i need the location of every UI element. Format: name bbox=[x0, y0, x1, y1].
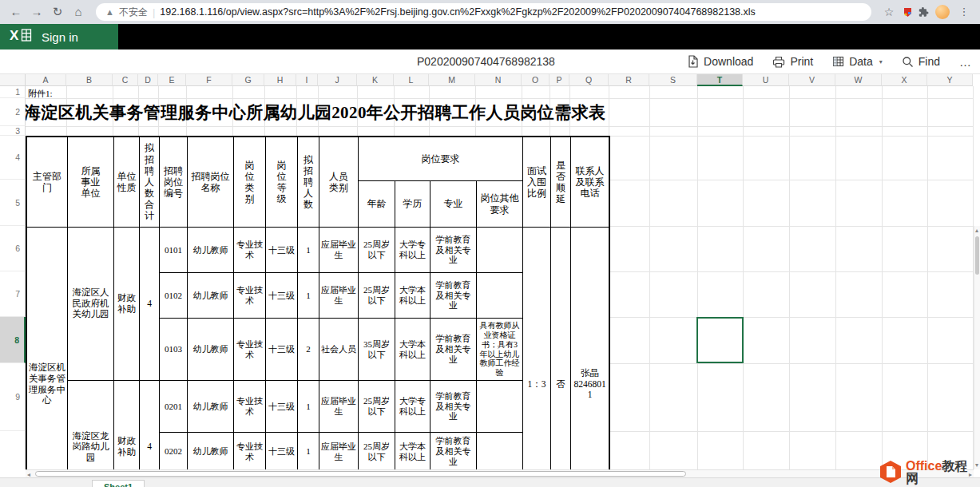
scroll-up-arrow-icon[interactable]: ▴ bbox=[975, 227, 978, 234]
column-header-O[interactable]: O bbox=[522, 74, 550, 86]
cell-name-row5[interactable]: 幼儿教师 bbox=[188, 433, 234, 471]
cell-major-row2[interactable]: 学前教育及相关专业 bbox=[430, 273, 477, 319]
cell-postpone[interactable]: 否 bbox=[551, 228, 571, 471]
cell-other-row3[interactable]: 具有教师从业资格证书；具有3年以上幼儿教师工作经验 bbox=[477, 319, 523, 381]
cell-code-row5[interactable]: 0202 bbox=[160, 433, 188, 471]
cell-major-row4[interactable]: 学前教育及相关专业 bbox=[430, 381, 477, 433]
column-header-S[interactable]: S bbox=[649, 74, 697, 86]
column-header-Q[interactable]: Q bbox=[569, 74, 609, 86]
column-header-U[interactable]: U bbox=[743, 74, 789, 86]
home-icon[interactable]: ⌂ bbox=[69, 2, 88, 22]
row-header-4[interactable]: 4 bbox=[0, 136, 26, 180]
column-header-V[interactable]: V bbox=[789, 74, 835, 86]
cell-nature-group1[interactable]: 财政补助 bbox=[114, 228, 140, 381]
horizontal-scrollbar[interactable]: ◂ ▸ bbox=[26, 469, 974, 477]
cell-major-row1[interactable]: 学前教育及相关专业 bbox=[430, 228, 477, 273]
column-header-L[interactable]: L bbox=[394, 74, 429, 86]
cell-name-row3[interactable]: 幼儿教师 bbox=[188, 319, 234, 381]
row-header-9[interactable]: 9 bbox=[0, 363, 26, 431]
cell-age-row5[interactable]: 25周岁以下 bbox=[359, 433, 395, 471]
cell-education-row1[interactable]: 大学专科以上 bbox=[395, 228, 430, 273]
cell-grade-row4[interactable]: 十三级 bbox=[266, 381, 298, 433]
cell-count-row3[interactable]: 2 bbox=[298, 319, 319, 381]
vertical-scroll-thumb[interactable] bbox=[975, 236, 979, 275]
reload-icon[interactable]: ↻ bbox=[48, 2, 67, 22]
cell-education-row5[interactable]: 大学本科以上 bbox=[395, 433, 430, 471]
selected-cell-T8[interactable] bbox=[696, 317, 744, 363]
column-header-K[interactable]: K bbox=[357, 74, 394, 86]
row-header-8[interactable]: 8 bbox=[0, 317, 26, 363]
column-header-F[interactable]: F bbox=[186, 74, 232, 86]
data-button[interactable]: Data ▾ bbox=[832, 55, 883, 68]
cell-category-row2[interactable]: 专业技术 bbox=[234, 273, 266, 319]
address-bar[interactable]: ▲ 不安全 | 192.168.1.116/op/view.aspx?src=h… bbox=[96, 3, 871, 21]
cell-age-row2[interactable]: 25周岁以下 bbox=[359, 273, 395, 319]
row-header-6[interactable]: 6 bbox=[0, 226, 26, 271]
bookmark-star-icon[interactable]: ☆ bbox=[879, 2, 899, 22]
column-header-M[interactable]: M bbox=[429, 74, 475, 86]
row-header-5[interactable]: 5 bbox=[0, 180, 26, 226]
cell-name-row1[interactable]: 幼儿教师 bbox=[188, 228, 234, 273]
cell-category-row3[interactable]: 专业技术 bbox=[234, 319, 266, 381]
cell-grade-row5[interactable]: 十三级 bbox=[266, 433, 298, 471]
column-header-A[interactable]: A bbox=[26, 74, 66, 86]
column-header-E[interactable]: E bbox=[158, 74, 186, 86]
cell-person_type-row4[interactable]: 应届毕业生 bbox=[319, 381, 359, 433]
cell-education-row2[interactable]: 大学本科以上 bbox=[395, 273, 430, 319]
select-all-corner[interactable] bbox=[0, 74, 26, 86]
sign-in-button[interactable]: Sign in bbox=[42, 30, 78, 44]
horizontal-scroll-thumb[interactable] bbox=[35, 471, 686, 477]
cell-age-row1[interactable]: 25周岁以下 bbox=[359, 228, 395, 273]
column-header-X[interactable]: X bbox=[882, 74, 927, 86]
row-header-2[interactable]: 2 bbox=[0, 98, 26, 126]
cell-person_type-row1[interactable]: 应届毕业生 bbox=[319, 228, 359, 273]
column-header-B[interactable]: B bbox=[66, 74, 113, 86]
cell-grade-row1[interactable]: 十三级 bbox=[266, 228, 298, 273]
cell-grade-row2[interactable]: 十三级 bbox=[266, 273, 298, 319]
row-header-7[interactable]: 7 bbox=[0, 271, 26, 317]
cell-age-row4[interactable]: 25周岁以下 bbox=[359, 381, 395, 433]
row-header-1[interactable]: 1 bbox=[0, 86, 26, 98]
column-header-R[interactable]: R bbox=[609, 74, 649, 86]
column-header-T[interactable]: T bbox=[697, 74, 743, 86]
print-button[interactable]: Print bbox=[772, 55, 813, 68]
cell-code-row2[interactable]: 0102 bbox=[160, 273, 188, 319]
cell-category-row5[interactable]: 专业技术 bbox=[234, 433, 266, 471]
not-secure-warning-icon[interactable]: ▲ bbox=[105, 7, 114, 17]
cell-other-row5[interactable] bbox=[477, 433, 523, 471]
browser-menu-icon[interactable]: ⋮ bbox=[954, 2, 974, 22]
cell-major-row3[interactable]: 学前教育及相关专业 bbox=[430, 319, 477, 381]
cell-org-group2[interactable]: 海淀区龙岗路幼儿园 bbox=[68, 381, 114, 471]
forward-icon[interactable]: → bbox=[27, 2, 46, 22]
cell-major-row5[interactable]: 学前教育及相关专业 bbox=[430, 433, 477, 471]
vertical-scrollbar[interactable]: ▴ ▾ bbox=[974, 226, 980, 469]
cell-count-row1[interactable]: 1 bbox=[298, 228, 319, 273]
column-header-H[interactable]: H bbox=[264, 74, 296, 86]
cell-count-row4[interactable]: 1 bbox=[298, 381, 319, 433]
cell-person_type-row3[interactable]: 社会人员 bbox=[319, 319, 359, 381]
cell-other-row2[interactable] bbox=[477, 273, 523, 319]
column-header-Y[interactable]: Y bbox=[927, 74, 973, 86]
more-options-button[interactable]: … bbox=[959, 55, 972, 69]
cell-total-group2[interactable]: 4 bbox=[140, 381, 160, 471]
excel-brand[interactable]: X Sign in bbox=[0, 24, 118, 49]
cell-total-group1[interactable]: 4 bbox=[140, 228, 160, 381]
extensions-puzzle-icon[interactable] bbox=[916, 5, 930, 19]
cell-count-row5[interactable]: 1 bbox=[298, 433, 319, 471]
cell-org-group1[interactable]: 海淀区人民政府机关幼儿园 bbox=[68, 228, 114, 381]
cell-name-row4[interactable]: 幼儿教师 bbox=[188, 381, 234, 433]
column-header-W[interactable]: W bbox=[835, 74, 882, 86]
cell-education-row3[interactable]: 大学本科以上 bbox=[395, 319, 430, 381]
back-icon[interactable]: ← bbox=[6, 2, 26, 22]
cell-other-row1[interactable] bbox=[477, 228, 523, 273]
cell-count-row2[interactable]: 1 bbox=[298, 273, 319, 319]
row-header-3[interactable]: 3 bbox=[0, 126, 26, 136]
column-header-P[interactable]: P bbox=[550, 74, 569, 86]
column-header-G[interactable]: G bbox=[232, 74, 264, 86]
cell-grade-row3[interactable]: 十三级 bbox=[266, 319, 298, 381]
cell-dept[interactable]: 海淀区机关事务管理服务中心 bbox=[27, 228, 68, 471]
column-header-C[interactable]: C bbox=[113, 74, 138, 86]
sheet-tab-sheet1[interactable]: Sheet1 bbox=[92, 480, 145, 487]
column-header-N[interactable]: N bbox=[475, 74, 522, 86]
cell-person_type-row2[interactable]: 应届毕业生 bbox=[319, 273, 359, 319]
